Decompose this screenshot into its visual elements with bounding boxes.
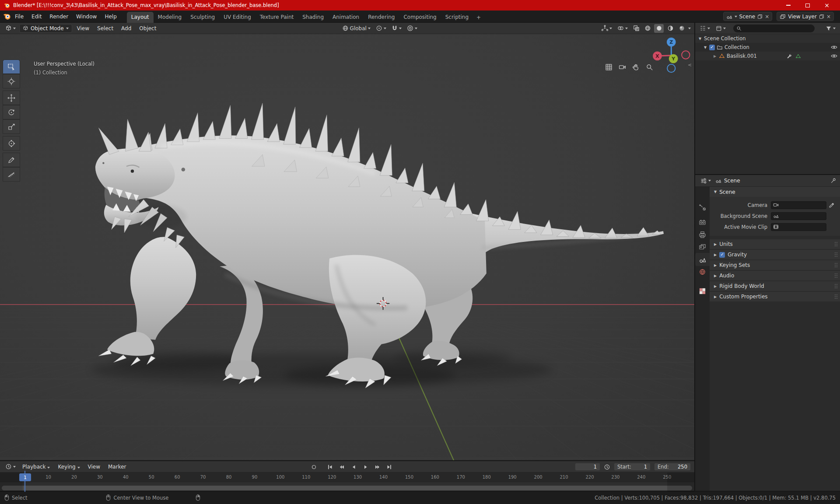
- panel-audio[interactable]: ▶ Audio: [710, 271, 840, 280]
- menu-help[interactable]: Help: [101, 12, 120, 21]
- tool-scale[interactable]: [3, 119, 20, 134]
- eye-icon[interactable]: [831, 54, 837, 58]
- mode-dropdown[interactable]: Object Mode: [19, 24, 72, 33]
- viewport-menu-view[interactable]: View: [74, 24, 92, 33]
- timeline-tick[interactable]: 30: [97, 472, 103, 482]
- jump-start-button[interactable]: [325, 462, 336, 471]
- prev-keyframe-button[interactable]: [336, 462, 347, 471]
- timeline-tick[interactable]: 60: [175, 472, 180, 482]
- modifier-wrench-icon[interactable]: [786, 53, 792, 59]
- show-gizmo-dropdown[interactable]: [600, 24, 614, 32]
- panel-rigid-body-world[interactable]: ▶ Rigid Body World: [710, 281, 840, 291]
- shading-solid-button[interactable]: [654, 24, 664, 33]
- timeline-tick[interactable]: 190: [508, 472, 517, 482]
- sidebar-collapse-icon[interactable]: <: [688, 62, 692, 68]
- timeline-tick[interactable]: 230: [611, 472, 620, 482]
- perspective-toggle-button[interactable]: [603, 61, 614, 73]
- transform-orientation-dropdown[interactable]: Global: [340, 24, 372, 32]
- tab-render[interactable]: [695, 216, 710, 229]
- new-view-layer-icon[interactable]: [819, 14, 824, 19]
- show-overlays-dropdown[interactable]: [616, 24, 630, 32]
- movie-clip-field[interactable]: [771, 223, 826, 231]
- shading-rendered-button[interactable]: [677, 24, 686, 33]
- panel-drag-dots[interactable]: [835, 242, 836, 243]
- timeline-tick[interactable]: 130: [354, 472, 362, 482]
- add-workspace-button[interactable]: +: [473, 12, 484, 23]
- tool-rotate[interactable]: [3, 105, 20, 119]
- timeline-tick[interactable]: 90: [252, 472, 258, 482]
- panel-keying-sets[interactable]: ▶ Keying Sets: [710, 260, 840, 270]
- blender-menu-logo-icon[interactable]: [3, 12, 11, 21]
- next-keyframe-button[interactable]: [372, 462, 383, 471]
- editor-type-dropdown[interactable]: [4, 24, 18, 32]
- timeline-tick[interactable]: 170: [457, 472, 465, 482]
- tool-move[interactable]: [3, 91, 20, 105]
- xray-toggle[interactable]: [631, 24, 641, 33]
- viewport-menu-object[interactable]: Object: [136, 24, 159, 33]
- gizmo-x-neg-ball[interactable]: [682, 51, 690, 59]
- timeline-tick[interactable]: 120: [328, 472, 336, 482]
- tab-texture[interactable]: [695, 284, 710, 298]
- timeline-tick[interactable]: 70: [200, 472, 206, 482]
- expander-icon[interactable]: ▼: [703, 46, 707, 49]
- eyedropper-icon[interactable]: [829, 202, 835, 208]
- pivot-point-dropdown[interactable]: [374, 24, 388, 32]
- timeline-tick[interactable]: 80: [226, 472, 232, 482]
- tab-scene[interactable]: [695, 253, 710, 266]
- close-button[interactable]: ×: [817, 0, 836, 10]
- timeline-tick[interactable]: 160: [431, 472, 439, 482]
- viewport-canvas[interactable]: X Z Y: [0, 23, 694, 460]
- panel-gravity[interactable]: ▶ Gravity: [710, 250, 840, 259]
- expander-icon[interactable]: ▶: [713, 54, 717, 58]
- navigation-gizmo[interactable]: X Z Y: [653, 38, 690, 73]
- timeline-tick[interactable]: 20: [71, 472, 77, 482]
- timeline-menu-keying[interactable]: Keying: [55, 462, 83, 471]
- properties-editor-dropdown[interactable]: [699, 177, 713, 185]
- scene-selector[interactable]: Scene ×: [723, 12, 773, 21]
- outliner-display-mode-dropdown[interactable]: [714, 24, 728, 32]
- use-preview-range-icon[interactable]: [604, 464, 610, 470]
- play-reverse-button[interactable]: [348, 462, 359, 471]
- timeline-menu-view[interactable]: View: [85, 462, 103, 471]
- camera-view-button[interactable]: [616, 61, 628, 73]
- playhead[interactable]: 1: [19, 473, 31, 481]
- tab-tool[interactable]: [695, 200, 710, 214]
- outliner-row-basilisk[interactable]: ▶ Basilisk.001: [695, 52, 840, 60]
- new-scene-icon[interactable]: [757, 14, 763, 19]
- workspace-tab-shading[interactable]: Shading: [298, 12, 328, 23]
- play-button[interactable]: [360, 462, 371, 471]
- outliner-search-input[interactable]: [733, 24, 815, 32]
- viewport-menu-select[interactable]: Select: [94, 24, 116, 33]
- tab-output[interactable]: [695, 228, 710, 241]
- timeline-tick[interactable]: 10: [46, 472, 51, 482]
- workspace-tab-modeling[interactable]: Modeling: [154, 12, 186, 23]
- viewport-3d[interactable]: Object Mode View Select Add Object Globa…: [0, 23, 694, 460]
- timeline-menu-playback[interactable]: Playback: [19, 462, 53, 471]
- tool-measure[interactable]: [3, 167, 20, 182]
- menu-window[interactable]: Window: [72, 12, 101, 21]
- workspace-tab-scripting[interactable]: Scripting: [441, 12, 473, 23]
- timeline-menu-marker[interactable]: Marker: [105, 462, 129, 471]
- tool-cursor[interactable]: [3, 74, 20, 88]
- timeline-tick[interactable]: 140: [379, 472, 388, 482]
- outliner-editor-dropdown[interactable]: [698, 24, 712, 32]
- mesh-data-icon[interactable]: [795, 53, 801, 59]
- background-scene-field[interactable]: [771, 212, 826, 220]
- scene-section-header[interactable]: ▼ Scene: [710, 187, 840, 197]
- panel-drag-dots[interactable]: [835, 252, 836, 253]
- gizmo-z-neg-ball[interactable]: [667, 64, 675, 72]
- panel-drag-dots[interactable]: [835, 284, 836, 285]
- timeline-tick[interactable]: 100: [276, 472, 284, 482]
- timeline-tick[interactable]: 240: [637, 472, 645, 482]
- timeline-tick[interactable]: 40: [123, 472, 129, 482]
- timeline-scrollbar[interactable]: [2, 486, 692, 490]
- outliner-row-collection[interactable]: ▼ Collection: [695, 43, 840, 52]
- outliner-filter-dropdown[interactable]: [824, 24, 837, 32]
- workspace-tab-compositing[interactable]: Compositing: [399, 12, 441, 23]
- workspace-tab-texture-paint[interactable]: Texture Paint: [256, 12, 298, 23]
- outliner-row-scene-collection[interactable]: ▼ Scene Collection: [695, 34, 840, 43]
- workspace-tab-layout[interactable]: Layout: [127, 12, 154, 23]
- timeline-ruler[interactable]: 1 11020304050607080901001101201301401501…: [0, 472, 694, 482]
- panel-custom-properties[interactable]: ▶ Custom Properties: [710, 292, 840, 301]
- timeline-tick[interactable]: 200: [534, 472, 542, 482]
